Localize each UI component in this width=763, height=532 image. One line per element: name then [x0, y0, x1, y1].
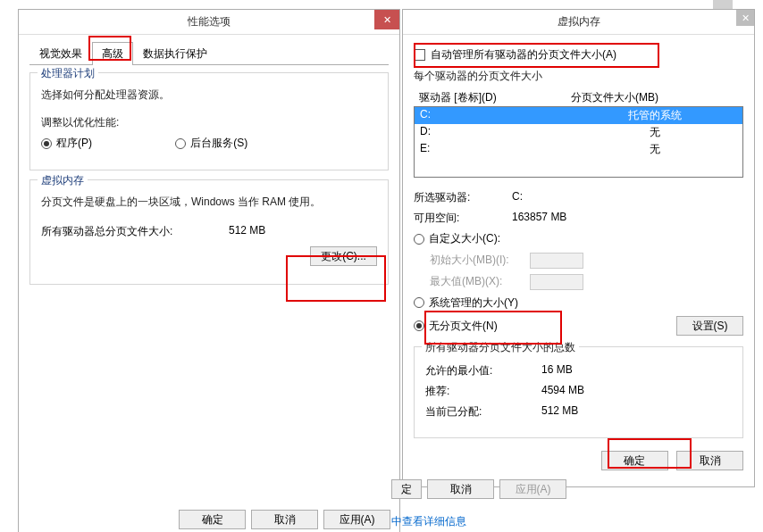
col-size: 分页文件大小(MB)	[571, 90, 658, 105]
title-left: 性能选项	[188, 14, 231, 29]
radio-dot-icon	[414, 320, 424, 331]
drive-name: E:	[420, 142, 572, 157]
title-right: 虚拟内存	[558, 14, 600, 29]
tabs: 视觉效果 高级 数据执行保护	[29, 42, 389, 65]
tab-visual-effects[interactable]: 视觉效果	[29, 42, 92, 65]
cpu-desc: 选择如何分配处理器资源。	[41, 87, 377, 103]
close-icon[interactable]: ✕	[374, 10, 399, 29]
cur-label: 当前已分配:	[425, 404, 541, 420]
cancel-button[interactable]: 取消	[251, 510, 318, 529]
radio-programs[interactable]: 程序(P)	[41, 136, 92, 151]
radio-dot-icon	[414, 234, 424, 245]
selected-drive-label: 所选驱动器:	[414, 190, 512, 205]
selected-drive-value: C:	[512, 190, 523, 205]
group-title-vm: 虚拟内存	[38, 173, 88, 188]
col-drive: 驱动器 [卷标](D)	[419, 90, 571, 105]
free-space-value: 163857 MB	[512, 211, 566, 226]
adjust-label: 调整以优化性能:	[41, 115, 377, 130]
set-button[interactable]: 设置(S)	[676, 316, 743, 336]
radio-services-label: 后台服务(S)	[190, 136, 247, 151]
totals-title: 所有驱动器分页文件大小的总数	[422, 340, 579, 355]
per-drive-label: 每个驱动器的分页文件大小	[414, 69, 743, 84]
radio-services[interactable]: 后台服务(S)	[175, 136, 247, 151]
radio-dot-icon	[41, 138, 52, 149]
rec-value: 4594 MB	[541, 384, 584, 399]
drive-listbox[interactable]: C: 托管的系统 D: 无 E: 无	[414, 106, 743, 178]
list-item[interactable]: E: 无	[415, 141, 742, 158]
cur-value: 512 MB	[541, 404, 578, 420]
bg-apply-button[interactable]: 应用(A)	[499, 479, 566, 499]
bg-ok-button-partial[interactable]: 定	[391, 479, 422, 499]
drive-list-header: 驱动器 [卷标](D) 分页文件大小(MB)	[414, 89, 743, 106]
cancel-button[interactable]: 取消	[676, 451, 743, 470]
drive-name: D:	[420, 125, 572, 140]
close-icon[interactable]: ✕	[736, 10, 754, 26]
radio-sys-label: 系统管理的大小(Y)	[429, 295, 518, 311]
drive-size: 无	[572, 142, 737, 157]
min-value: 16 MB	[541, 363, 573, 378]
performance-options-dialog: 性能选项 ✕ 视觉效果 高级 数据执行保护 处理器计划 选择如何分配处理器资源。…	[18, 9, 400, 532]
total-pf-value: 512 MB	[229, 224, 265, 239]
list-item[interactable]: C: 托管的系统	[415, 107, 742, 124]
radio-dot-icon	[175, 138, 186, 149]
radio-nopaging-label: 无分页文件(N)	[429, 319, 498, 334]
radio-custom-label: 自定义大小(C):	[429, 231, 500, 246]
cpu-scheduling-group: 处理器计划 选择如何分配处理器资源。 调整以优化性能: 程序(P) 后台服务(S…	[29, 72, 389, 170]
initial-size-input	[530, 253, 583, 269]
ok-button[interactable]: 确定	[179, 510, 246, 529]
details-link[interactable]: 中查看详细信息	[391, 514, 466, 529]
rec-label: 推荐:	[425, 384, 541, 399]
radio-system-managed[interactable]: 系统管理的大小(Y)	[414, 295, 518, 311]
bg-cancel-button[interactable]: 取消	[427, 479, 494, 499]
totals-group: 所有驱动器分页文件大小的总数 允许的最小值: 16 MB 推荐: 4594 MB…	[414, 346, 743, 438]
ok-button[interactable]: 确定	[601, 451, 668, 470]
titlebar-left: 性能选项 ✕	[19, 10, 399, 35]
change-button[interactable]: 更改(C)...	[310, 246, 377, 266]
tab-dep[interactable]: 数据执行保护	[133, 42, 217, 65]
list-item[interactable]: D: 无	[415, 124, 742, 141]
group-title-cpu: 处理器计划	[38, 66, 98, 81]
min-label: 允许的最小值:	[425, 363, 541, 378]
max-size-input	[530, 274, 583, 290]
tab-advanced[interactable]: 高级	[92, 42, 133, 65]
virtual-memory-group: 虚拟内存 分页文件是硬盘上的一块区域，Windows 当作 RAM 使用。 所有…	[29, 179, 389, 285]
apply-button[interactable]: 应用(A)	[323, 510, 390, 529]
drive-size: 无	[572, 125, 737, 140]
total-pf-label: 所有驱动器总分页文件大小:	[41, 224, 229, 239]
auto-manage-checkbox[interactable]: 自动管理所有驱动器的分页文件大小(A)	[414, 47, 616, 62]
radio-no-paging[interactable]: 无分页文件(N)	[414, 319, 498, 334]
radio-custom-size[interactable]: 自定义大小(C):	[414, 231, 500, 246]
background-dialog-buttons: 定 取消 应用(A)	[391, 477, 624, 502]
virtual-memory-dialog: 虚拟内存 ✕ 自动管理所有驱动器的分页文件大小(A) 每个驱动器的分页文件大小 …	[402, 9, 755, 487]
drive-name: C:	[420, 108, 572, 123]
auto-manage-label: 自动管理所有驱动器的分页文件大小(A)	[431, 47, 616, 62]
radio-dot-icon	[414, 297, 424, 308]
checkbox-icon	[414, 49, 425, 61]
drive-size: 托管的系统	[572, 108, 737, 123]
initial-size-label: 初始大小(MB)(I):	[414, 253, 530, 269]
free-space-label: 可用空间:	[414, 211, 512, 226]
max-size-label: 最大值(MB)(X):	[414, 274, 530, 290]
left-dialog-buttons: 确定 取消 应用(A)	[179, 510, 390, 529]
vm-desc: 分页文件是硬盘上的一块区域，Windows 当作 RAM 使用。	[41, 195, 377, 210]
titlebar-right: 虚拟内存 ✕	[403, 10, 754, 35]
radio-programs-label: 程序(P)	[56, 136, 92, 151]
